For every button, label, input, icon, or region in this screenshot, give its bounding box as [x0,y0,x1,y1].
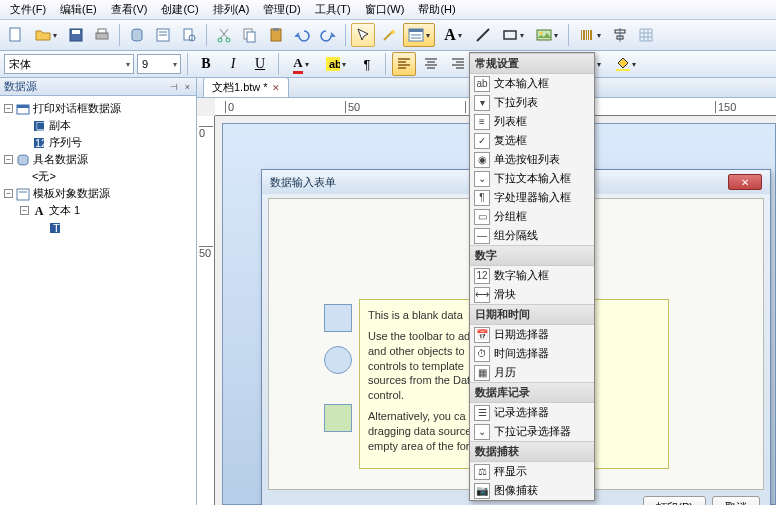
underline-icon[interactable]: U [248,52,272,76]
dd-richtext[interactable]: ¶字处理器输入框 [470,188,594,207]
font-name-combo[interactable]: 宋体 [4,54,134,74]
dropdown-header: 数据库记录 [470,382,594,403]
align-right-icon[interactable] [446,52,470,76]
database-icon[interactable] [125,23,149,47]
dd-date-picker[interactable]: 📅日期选择器 [470,325,594,344]
picture-tool-icon[interactable] [531,23,563,47]
dropdown-header: 数字 [470,245,594,266]
tree-node[interactable]: 序列号 [49,135,82,150]
dd-groupbox[interactable]: ▭分组框 [470,207,594,226]
dd-scale-display[interactable]: ⚖秤显示 [470,462,594,481]
sidebar-controls[interactable]: ⊣ × [170,82,192,92]
hint-link-icon [324,346,352,374]
record-dd-icon: ⌄ [474,424,490,440]
svg-text:❏: ❏ [36,120,46,132]
tree-node[interactable]: 文本 1 [49,203,80,218]
tree-node[interactable]: 模板对象数据源 [33,186,110,201]
tab-document[interactable]: 文档1.btw *✕ [203,77,289,97]
dd-record-dropdown[interactable]: ⌄下拉记录选择器 [470,422,594,441]
dd-dropdown-list[interactable]: ▾下拉列表 [470,93,594,112]
tree-node[interactable]: 副本 [49,118,71,133]
align-left-icon[interactable] [392,52,416,76]
dropdown-header: 日期和时间 [470,304,594,325]
dropdown-header: 常规设置 [470,53,594,74]
menu-file[interactable]: 文件(F) [4,0,52,19]
svg-rect-23 [504,31,516,39]
print-icon[interactable] [90,23,114,47]
dd-record-picker[interactable]: ☰记录选择器 [470,403,594,422]
time-icon: ⏱ [474,346,490,362]
print-button[interactable]: 打印(P) [643,496,706,505]
grid-icon[interactable] [634,23,658,47]
preview-icon[interactable] [177,23,201,47]
wand-icon[interactable] [377,23,401,47]
copy-icon[interactable] [238,23,262,47]
cut-icon[interactable] [212,23,236,47]
collapse-icon[interactable]: − [4,189,13,198]
dialog-close-button[interactable]: ✕ [728,174,762,190]
dd-radio-list[interactable]: ◉单选按钮列表 [470,150,594,169]
dd-checkbox[interactable]: ✓复选框 [470,131,594,150]
dd-month-calendar[interactable]: ▦月历 [470,363,594,382]
symbol-icon[interactable]: ¶ [355,52,379,76]
camera-icon: 📷 [474,483,490,499]
barcode-tool-icon[interactable] [574,23,606,47]
pointer-icon[interactable] [351,23,375,47]
close-icon[interactable]: ✕ [272,83,280,93]
dd-combo-text[interactable]: ⌄下拉文本输入框 [470,169,594,188]
svg-rect-0 [10,28,20,41]
menu-window[interactable]: 窗口(W) [359,0,411,19]
menu-edit[interactable]: 编辑(E) [54,0,103,19]
tree-node[interactable]: <无> [32,169,56,184]
dd-number-input[interactable]: 12数字输入框 [470,266,594,285]
dd-text-input[interactable]: ab文本输入框 [470,74,594,93]
form-icon[interactable] [151,23,175,47]
collapse-icon[interactable]: − [4,155,13,164]
font-color-icon[interactable]: A [285,52,317,76]
bold-icon[interactable]: B [194,52,218,76]
combo-icon: ⌄ [474,171,490,187]
line-tool-icon[interactable] [471,23,495,47]
menu-view[interactable]: 查看(V) [105,0,154,19]
align-center-icon[interactable] [419,52,443,76]
redo-icon[interactable] [316,23,340,47]
new-icon[interactable] [4,23,28,47]
menu-tools[interactable]: 工具(T) [309,0,357,19]
svg-rect-29 [588,30,589,40]
svg-point-25 [540,32,543,35]
fill-color-icon[interactable] [610,52,642,76]
italic-icon[interactable]: I [221,52,245,76]
cancel-button[interactable]: 取消 [712,496,760,505]
dd-separator[interactable]: ―组分隔线 [470,226,594,245]
dd-time-picker[interactable]: ⏱时间选择器 [470,344,594,363]
dd-slider[interactable]: ⟷滑块 [470,285,594,304]
menu-manage[interactable]: 管理(D) [257,0,306,19]
svg-rect-47 [17,189,29,200]
calendar-icon: ▦ [474,365,490,381]
collapse-icon[interactable]: − [4,104,13,113]
menu-arrange[interactable]: 排列(A) [207,0,256,19]
menu-create[interactable]: 创建(C) [155,0,204,19]
collapse-icon[interactable]: − [20,206,29,215]
save-icon[interactable] [64,23,88,47]
text-tool-icon[interactable]: A [437,23,469,47]
shape-tool-icon[interactable] [497,23,529,47]
date-icon: 📅 [474,327,490,343]
undo-icon[interactable] [290,23,314,47]
paste-icon[interactable] [264,23,288,47]
dd-image-capture[interactable]: 📷图像捕获 [470,481,594,500]
dd-listbox[interactable]: ≡列表框 [470,112,594,131]
svg-rect-2 [72,30,80,34]
open-icon[interactable] [30,23,62,47]
form-control-icon[interactable] [403,23,435,47]
listbox-icon: ≡ [474,114,490,130]
align-icon[interactable] [608,23,632,47]
highlight-icon[interactable]: ab [320,52,352,76]
svg-rect-41 [17,105,29,108]
menu-help[interactable]: 帮助(H) [412,0,461,19]
font-size-combo[interactable]: 9 [137,54,181,74]
tree-node[interactable]: 打印对话框数据源 [33,101,121,116]
format-toolbar: 宋体 9 B I U A ab ¶ 1.0 pt [0,51,776,78]
tree-node[interactable]: 具名数据源 [33,152,88,167]
data-source-tree[interactable]: −打印对话框数据源 ❏副本 12序列号 −具名数据源 <无> −模板对象数据源 … [0,96,196,240]
